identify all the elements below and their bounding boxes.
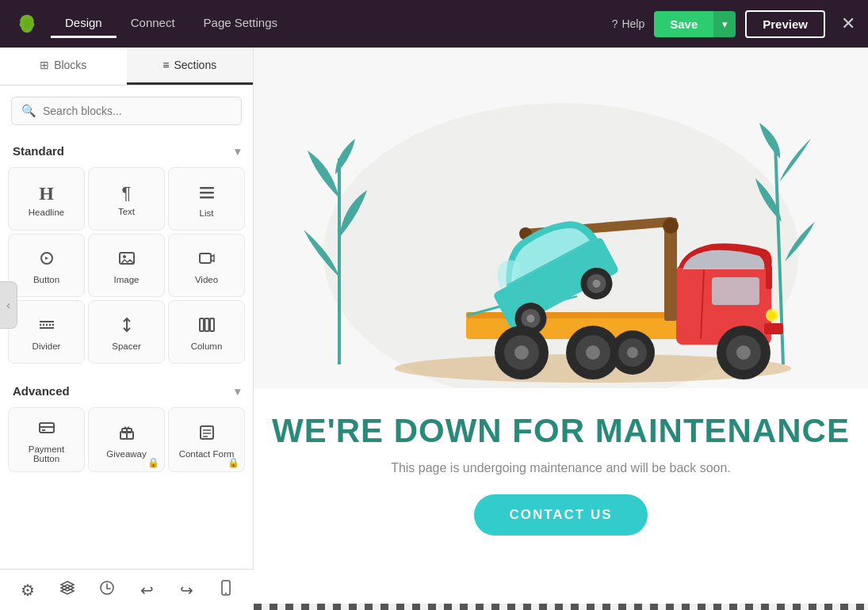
- svg-rect-32: [766, 265, 772, 289]
- divider-icon: [38, 316, 55, 337]
- mobile-icon: [218, 580, 234, 600]
- standard-chevron-icon: ▾: [235, 145, 240, 158]
- preview-button[interactable]: Preview: [745, 10, 825, 38]
- svg-rect-0: [200, 187, 214, 189]
- svg-rect-10: [200, 318, 204, 331]
- save-dropdown-button[interactable]: ▾: [713, 11, 736, 37]
- image-icon: [118, 250, 136, 270]
- nav-tab-page-settings[interactable]: Page Settings: [189, 10, 292, 38]
- maintenance-title: WE'RE DOWN FOR MAINTENANCE: [270, 412, 852, 450]
- svg-rect-6: [200, 254, 211, 263]
- svg-point-35: [768, 311, 776, 319]
- svg-point-39: [663, 218, 679, 234]
- svg-rect-2: [200, 196, 214, 199]
- svg-rect-15: [42, 429, 45, 431]
- svg-rect-1: [200, 192, 214, 194]
- blocks-icon: ⊞: [40, 59, 49, 71]
- logo: [13, 10, 41, 38]
- block-item-giveaway[interactable]: Giveaway 🔒: [88, 407, 165, 472]
- tab-sections[interactable]: ≡ Sections: [127, 48, 254, 85]
- text-icon: ¶: [122, 185, 132, 202]
- redo-icon: ↪: [180, 581, 193, 600]
- layers-icon: [59, 580, 75, 600]
- contact-form-icon: [198, 424, 216, 444]
- advanced-section-header[interactable]: Advanced ▾: [0, 376, 253, 402]
- settings-icon: ⚙: [21, 581, 35, 600]
- block-item-contact-form[interactable]: Contact Form 🔒: [168, 407, 245, 472]
- block-item-video[interactable]: Video: [168, 234, 245, 297]
- history-toolbar-button[interactable]: [91, 574, 123, 606]
- standard-section-header[interactable]: Standard ▾: [0, 136, 253, 162]
- panel-tabs: ⊞ Blocks ≡ Sections: [0, 48, 253, 86]
- maintenance-text-area: WE'RE DOWN FOR MAINTENANCE This page is …: [254, 388, 868, 551]
- svg-rect-11: [205, 318, 208, 331]
- block-item-list[interactable]: List: [168, 167, 245, 231]
- svg-rect-33: [764, 323, 783, 334]
- contact-us-button[interactable]: CONTACT US: [474, 494, 647, 536]
- maintenance-subtitle: This page is undergoing maintenance and …: [270, 461, 852, 475]
- headline-icon: H: [39, 184, 54, 203]
- list-icon: [198, 184, 216, 204]
- bottom-toolbar: ⚙ ↩ ↪: [0, 569, 254, 610]
- save-group: Save ▾: [654, 11, 736, 37]
- search-wrapper: 🔍: [11, 97, 242, 125]
- spacer-icon: [118, 316, 136, 337]
- nav-tabs: Design Connect Page Settings: [51, 10, 292, 38]
- svg-rect-30: [712, 277, 759, 305]
- block-item-divider[interactable]: Divider: [8, 300, 85, 364]
- svg-point-65: [225, 593, 227, 594]
- giveaway-icon: [118, 424, 136, 444]
- sections-icon: ≡: [163, 59, 169, 71]
- main-area: ⊞ Blocks ≡ Sections 🔍 Standard ▾ H Head: [0, 48, 868, 610]
- help-button[interactable]: ? Help: [612, 17, 645, 30]
- left-panel: ⊞ Blocks ≡ Sections 🔍 Standard ▾ H Head: [0, 48, 254, 610]
- mobile-toolbar-button[interactable]: [210, 574, 242, 606]
- undo-toolbar-button[interactable]: ↩: [131, 574, 163, 606]
- video-icon: [198, 250, 216, 270]
- button-icon: [38, 250, 55, 270]
- search-input[interactable]: [43, 105, 231, 117]
- svg-point-56: [586, 345, 600, 360]
- search-area: 🔍: [0, 86, 253, 136]
- block-item-headline[interactable]: H Headline: [8, 167, 85, 231]
- canvas-area: WE'RE DOWN FOR MAINTENANCE This page is …: [254, 48, 868, 610]
- block-item-image[interactable]: Image: [88, 234, 165, 297]
- nav-tab-design[interactable]: Design: [51, 10, 117, 38]
- svg-point-62: [627, 347, 638, 358]
- close-button[interactable]: ✕: [841, 13, 855, 34]
- redo-toolbar-button[interactable]: ↪: [170, 574, 202, 606]
- svg-point-59: [736, 345, 751, 360]
- block-item-payment-button[interactable]: Payment Button: [8, 407, 85, 472]
- block-item-spacer[interactable]: Spacer: [88, 300, 165, 364]
- nav-tab-connect[interactable]: Connect: [117, 10, 189, 38]
- advanced-block-grid: Payment Button Giveaway 🔒: [0, 402, 253, 480]
- giveaway-lock-icon: 🔒: [147, 457, 159, 468]
- advanced-chevron-icon: ▾: [235, 385, 240, 398]
- save-button[interactable]: Save: [654, 11, 713, 37]
- tab-blocks[interactable]: ⊞ Blocks: [0, 48, 127, 85]
- standard-block-grid: H Headline ¶ Text List: [0, 162, 253, 368]
- top-navigation: Design Connect Page Settings ? Help Save…: [0, 0, 868, 48]
- svg-rect-12: [210, 318, 214, 331]
- svg-point-53: [514, 345, 529, 360]
- contact-form-lock-icon: 🔒: [228, 457, 239, 468]
- search-icon: 🔍: [21, 104, 36, 118]
- block-item-column[interactable]: Column: [168, 300, 245, 364]
- layers-toolbar-button[interactable]: [52, 574, 83, 606]
- panel-collapse-handle[interactable]: ‹: [0, 281, 17, 329]
- column-icon: [198, 316, 216, 337]
- collapse-icon: ‹: [6, 299, 10, 311]
- history-icon: [99, 580, 115, 600]
- undo-icon: ↩: [140, 581, 154, 600]
- bottom-divider: [254, 604, 868, 610]
- block-item-text[interactable]: ¶ Text: [88, 167, 165, 231]
- help-icon: ?: [612, 17, 618, 30]
- page-preview: WE'RE DOWN FOR MAINTENANCE This page is …: [254, 48, 868, 610]
- block-item-button[interactable]: Button: [8, 234, 85, 297]
- maintenance-illustration: [254, 48, 868, 388]
- payment-button-icon: [38, 419, 55, 440]
- svg-point-5: [123, 255, 126, 258]
- nav-right-actions: ? Help Save ▾ Preview ✕: [612, 10, 855, 38]
- settings-toolbar-button[interactable]: ⚙: [12, 574, 44, 606]
